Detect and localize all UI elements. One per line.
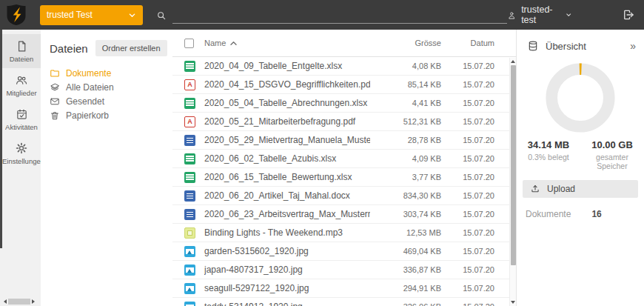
file-row[interactable]: garden-5315602_1920.jpg 469,04 KB 15.07.… — [172, 242, 516, 261]
overview-panel: Übersicht » 34.14 MB 0.3% belegt 10.00 G… — [516, 30, 644, 306]
file-list-header: Name Grösse Datum — [172, 30, 516, 57]
file-date: 15.07.20 — [441, 284, 494, 293]
calendar-check-icon — [16, 108, 28, 121]
file-list: Name Grösse Datum 2020_04_09_Tabelle_Ent… — [172, 30, 516, 306]
search-icon — [156, 10, 167, 21]
chevron-down-icon — [566, 11, 571, 19]
file-row[interactable]: 2020_05_29_Mietvertrag_Manuela_Musterman… — [172, 131, 516, 150]
sidebar-item-einstellungen[interactable]: Einstellungen — [2, 136, 41, 170]
file-nav-panel: Dateien Ordner erstellen Upload Dokument… — [41, 30, 172, 306]
file-date: 15.07.20 — [441, 136, 494, 144]
sidebar-item-mitglieder[interactable]: Mitglieder — [2, 68, 41, 102]
file-date: 15.07.20 — [441, 265, 494, 274]
file-name: 2020_06_15_Tabelle_Bewertung.xlsx — [204, 172, 370, 182]
file-size: 326,06 KB — [370, 302, 441, 306]
users-icon — [15, 73, 28, 87]
brand-logo — [4, 3, 28, 27]
file-row[interactable]: 2020_06_20_Artikel_Taj_Mahal.docx 834,30… — [172, 187, 516, 205]
file-size: 512,31 KB — [370, 117, 441, 126]
search-bar — [156, 6, 507, 24]
file-row[interactable]: 2020_05_04_Tabelle_Abrechnungen.xlsx 4,4… — [172, 94, 516, 113]
file-type-icon — [184, 79, 195, 90]
file-type-icon — [184, 209, 195, 220]
scroll-right-arrow[interactable] — [32, 299, 35, 304]
file-type-icon — [184, 98, 195, 109]
column-header-size[interactable]: Grösse — [370, 39, 441, 47]
file-date: 15.07.20 — [441, 154, 494, 163]
file-row[interactable]: Binding Lights - The Weekend.mp3 12,53 M… — [172, 224, 516, 242]
collapse-panel-icon[interactable]: » — [630, 41, 635, 51]
scrollbar-thumb[interactable] — [8, 299, 30, 305]
file-type-icon — [184, 61, 195, 72]
nav-item-dokumente[interactable]: Dokumente — [50, 68, 172, 79]
create-folder-button[interactable]: Ordner erstellen — [95, 40, 167, 56]
file-date: 15.07.20 — [441, 302, 494, 306]
scroll-up-arrow[interactable] — [511, 60, 515, 63]
search-input[interactable] — [172, 6, 507, 24]
upload-icon — [530, 184, 540, 194]
user-menu[interactable]: trusted-test — [507, 4, 571, 25]
file-row[interactable]: 2020_04_15_DSGVO_Begrifflichkeiten.pdf 8… — [172, 76, 516, 94]
file-name: 2020_05_21_Mitarbeiterbefragung.pdf — [204, 116, 370, 127]
total-storage: 10.00 GB gesamter Speicher — [580, 139, 644, 170]
file-type-icon — [184, 246, 195, 257]
file-name: garden-5315602_1920.jpg — [204, 246, 370, 256]
select-all-checkbox[interactable] — [184, 39, 194, 48]
logout-button[interactable] — [622, 8, 635, 21]
file-size: 4,09 KB — [370, 154, 441, 163]
scroll-left-arrow[interactable] — [4, 299, 7, 304]
org-selector[interactable]: trusted Test — [40, 5, 143, 25]
file-type-icon — [184, 302, 195, 306]
file-row[interactable]: japan-4807317_1920.jpg 336,87 KB 15.07.2… — [172, 261, 516, 279]
file-size: 336,87 KB — [370, 265, 441, 274]
sidebar-item-dateien[interactable]: Dateien — [2, 34, 41, 68]
file-type-icon — [184, 116, 195, 127]
file-date: 15.07.20 — [441, 191, 494, 200]
rail-horizontal-scrollbar[interactable] — [2, 298, 36, 305]
panel-title: Dateien — [50, 42, 88, 55]
file-type-icon — [184, 153, 195, 164]
folder-icon — [50, 68, 60, 79]
file-size: 303,74 KB — [370, 210, 441, 219]
file-list-scrollbar[interactable] — [509, 58, 516, 306]
file-date: 15.07.20 — [441, 61, 494, 70]
scrollbar-thumb[interactable] — [511, 65, 516, 265]
column-header-name[interactable]: Name — [204, 39, 370, 47]
file-name: 2020_06_23_Arbeitsvertrag_Max_Mustermann… — [204, 209, 370, 219]
chevron-down-icon — [128, 11, 136, 19]
file-size: 4,08 KB — [370, 61, 441, 70]
file-name: japan-4807317_1920.jpg — [204, 265, 370, 275]
org-selector-label: trusted Test — [47, 10, 128, 20]
main-area: Dateien Mitglieder Aktivitäten Einstellu… — [0, 30, 644, 306]
topbar: trusted Test trusted-test — [0, 0, 644, 30]
sidebar-item-aktivitaeten[interactable]: Aktivitäten — [2, 102, 41, 136]
nav-item-papierkorb[interactable]: Papierkorb — [50, 110, 172, 121]
file-row[interactable]: 2020_06_02_Tabelle_Azubis.xlsx 4,09 KB 1… — [172, 150, 516, 168]
file-size: 469,04 KB — [370, 247, 441, 256]
file-type-icon — [184, 135, 195, 146]
file-type-icon — [184, 190, 195, 202]
gear-icon — [15, 142, 28, 155]
file-size: 834,30 KB — [370, 191, 441, 200]
file-name: teddy-5314912_1920.jpg — [204, 302, 370, 306]
nav-item-gesendet[interactable]: Gesendet — [50, 96, 172, 107]
file-date: 15.07.20 — [441, 210, 494, 219]
overview-upload-button[interactable]: Upload — [523, 180, 638, 198]
column-header-date[interactable]: Datum — [441, 39, 494, 47]
username: trusted-test — [521, 4, 560, 25]
file-row[interactable]: seagull-5297122_1920.jpg 294,91 KB 15.07… — [172, 279, 516, 298]
user-icon — [507, 10, 517, 21]
file-row[interactable]: 2020_06_23_Arbeitsvertrag_Max_Mustermann… — [172, 205, 516, 224]
file-date: 15.07.20 — [441, 99, 494, 107]
file-date: 15.07.20 — [441, 228, 494, 237]
trash-icon — [50, 110, 60, 121]
file-row[interactable]: 2020_04_09_Tabelle_Entgelte.xlsx 4,08 KB… — [172, 57, 516, 76]
scroll-down-arrow[interactable] — [511, 301, 515, 304]
file-row[interactable]: 2020_06_15_Tabelle_Bewertung.xlsx 3,77 K… — [172, 168, 516, 187]
file-size: 294,91 KB — [370, 284, 441, 293]
file-row[interactable]: 2020_05_21_Mitarbeiterbefragung.pdf 512,… — [172, 113, 516, 131]
file-name: seagull-5297122_1920.jpg — [204, 283, 370, 293]
file-row[interactable]: teddy-5314912_1920.jpg 326,06 KB 15.07.2… — [172, 298, 516, 306]
file-type-icon — [184, 265, 195, 276]
nav-item-alle-dateien[interactable]: Alle Dateien — [50, 82, 172, 93]
